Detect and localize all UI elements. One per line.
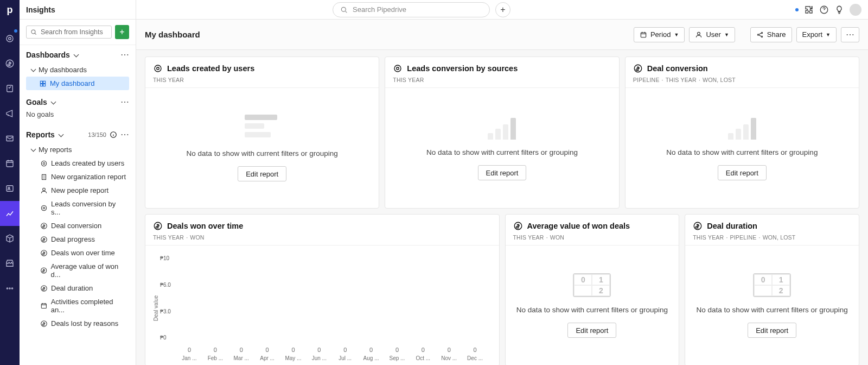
svg-point-37 — [155, 65, 161, 72]
report-item[interactable]: Deals won over time — [26, 246, 129, 260]
user-button[interactable]: User ▼ — [689, 27, 735, 42]
reports-more-icon[interactable] — [120, 129, 129, 140]
svg-point-0 — [7, 35, 13, 42]
search-icon — [30, 28, 37, 36]
card: Leads created by usersTHIS YEARNo data t… — [145, 56, 379, 209]
more-button[interactable] — [841, 27, 859, 42]
report-item[interactable]: Average value of won d... — [26, 260, 129, 281]
goals-more-icon[interactable] — [120, 97, 129, 107]
svg-rect-5 — [7, 161, 13, 167]
dollar-icon — [40, 285, 48, 292]
rail-leads[interactable] — [0, 26, 20, 51]
rail-insights[interactable] — [0, 201, 20, 226]
svg-point-9 — [9, 288, 10, 289]
dashboard-grid: Leads created by usersTHIS YEARNo data t… — [136, 50, 868, 365]
placeholder-hbar-icon — [245, 115, 279, 141]
rail-contacts[interactable] — [0, 176, 20, 201]
report-item[interactable]: Leads conversion by s... — [26, 197, 129, 219]
dollar-icon — [693, 221, 703, 231]
report-item[interactable]: Deal progress — [26, 232, 129, 246]
rail-deals[interactable] — [0, 51, 20, 76]
rail-projects[interactable] — [0, 76, 20, 101]
card: Leads conversion by sourcesTHIS YEARNo d… — [385, 56, 619, 209]
sidebar: Insights Search from Insights + Dashboar… — [20, 0, 136, 365]
section-dashboards[interactable]: Dashboards — [26, 49, 129, 60]
global-search[interactable]: Search Pipedrive — [333, 2, 490, 17]
add-button[interactable]: + — [115, 25, 129, 39]
sidebar-search[interactable]: Search from Insights — [26, 26, 112, 39]
rail-more[interactable] — [0, 276, 20, 301]
svg-point-20 — [43, 188, 46, 191]
user-icon — [40, 187, 48, 194]
rail-campaigns[interactable] — [0, 101, 20, 126]
edit-report-button[interactable]: Edit report — [238, 166, 286, 181]
svg-rect-3 — [7, 85, 13, 92]
svg-point-10 — [11, 288, 12, 289]
svg-point-35 — [761, 32, 762, 33]
edit-report-button[interactable]: Edit report — [478, 165, 527, 180]
chevron-down-icon — [50, 98, 55, 106]
svg-point-1 — [9, 37, 11, 40]
report-item[interactable]: Leads created by users — [26, 156, 129, 170]
svg-point-22 — [43, 207, 44, 209]
card: Deal durationTHIS YEAR·PIPELINE·WON, LOS… — [685, 214, 859, 365]
edit-report-button[interactable]: Edit report — [567, 323, 616, 338]
rail-marketplace[interactable] — [0, 251, 20, 276]
calendar-icon — [640, 31, 647, 39]
lightbulb-icon[interactable] — [834, 5, 844, 15]
target-icon — [393, 64, 403, 73]
rail-activities[interactable] — [0, 151, 20, 176]
svg-point-33 — [698, 32, 700, 35]
dollar-icon — [40, 222, 48, 230]
placeholder-vbar-icon — [488, 116, 516, 140]
tree-current-dashboard[interactable]: My dashboard — [26, 77, 129, 90]
dollar-icon — [153, 221, 163, 231]
report-item[interactable]: New organization report — [26, 170, 129, 184]
svg-rect-14 — [40, 84, 42, 86]
share-button[interactable]: Share — [750, 27, 792, 42]
app-title: Insights — [26, 5, 55, 14]
report-item[interactable]: Deal conversion — [26, 219, 129, 232]
header: Search Pipedrive + — [136, 0, 868, 20]
svg-rect-19 — [42, 174, 46, 179]
tree-my-reports[interactable]: My reports — [26, 143, 129, 156]
report-item[interactable]: New people report — [26, 184, 129, 197]
no-goals-label: No goals — [26, 107, 129, 123]
period-button[interactable]: Period ▼ — [634, 27, 685, 42]
calendar-icon — [40, 302, 48, 310]
placeholder-vbar-icon — [728, 116, 756, 140]
report-item[interactable]: Deal duration — [26, 281, 129, 295]
section-goals[interactable]: Goals — [26, 97, 129, 107]
building-icon — [40, 173, 48, 181]
section-reports[interactable]: Reports 13/150 — [26, 129, 129, 140]
quick-add-button[interactable]: + — [495, 2, 510, 17]
puzzle-icon[interactable] — [804, 5, 814, 15]
sidebar-search-placeholder: Search from Insights — [41, 28, 103, 36]
edit-report-button[interactable]: Edit report — [748, 323, 796, 338]
help-icon[interactable] — [819, 5, 829, 15]
reports-count: 13/150 — [88, 131, 106, 138]
svg-point-40 — [397, 67, 399, 70]
info-icon[interactable] — [110, 131, 117, 139]
svg-rect-13 — [43, 81, 46, 83]
report-item[interactable]: Activities completed an... — [26, 295, 129, 317]
report-item[interactable]: Deals lost by reasons — [26, 317, 129, 330]
logo[interactable]: p — [0, 0, 20, 20]
dashboards-more-icon[interactable] — [120, 49, 129, 60]
svg-rect-15 — [43, 84, 46, 86]
edit-report-button[interactable]: Edit report — [718, 165, 767, 180]
sidebar-topbar: Insights — [20, 0, 136, 20]
tree-my-dashboards[interactable]: My dashboards — [26, 63, 129, 77]
user-icon — [695, 31, 703, 39]
rail-mail[interactable] — [0, 126, 20, 151]
avatar[interactable] — [850, 4, 861, 16]
rail-products[interactable] — [0, 226, 20, 251]
export-button[interactable]: Export ▼ — [796, 27, 837, 42]
svg-point-18 — [43, 162, 45, 165]
main: Search Pipedrive + My dashboard Period ▼… — [136, 0, 868, 365]
dashboard-icon — [39, 80, 47, 87]
page-title: My dashboard — [145, 30, 200, 39]
notification-dot — [795, 8, 799, 11]
target-icon — [153, 64, 163, 73]
svg-point-7 — [8, 187, 10, 189]
